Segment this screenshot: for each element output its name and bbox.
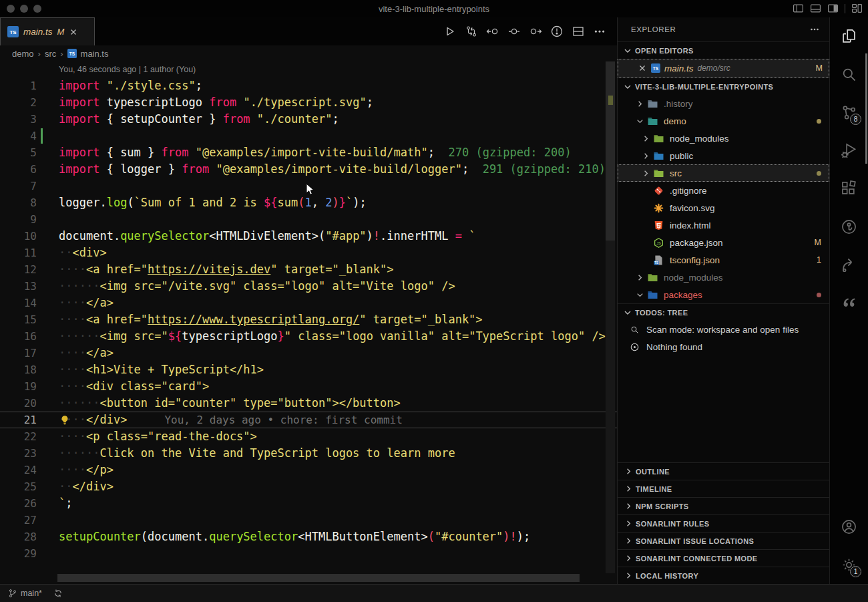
line-number[interactable]: 14 (0, 295, 37, 311)
activity-run-and-debug[interactable] (830, 132, 867, 170)
code-editor[interactable]: You, 46 seconds ago | 1 author (You) 1im… (0, 61, 617, 584)
breadcrumb-item[interactable]: src (45, 49, 56, 59)
line-number[interactable]: 23 (0, 445, 37, 462)
activity-live-share[interactable] (830, 246, 867, 284)
tree-item-favicon-svg[interactable]: favicon.svg (618, 199, 829, 216)
line-number[interactable]: 28 (0, 529, 37, 545)
code-line[interactable]: 13······<img src="/vite.svg" class="logo… (0, 278, 617, 295)
panel-sonarlint-issue-locations[interactable]: SONARLINT ISSUE LOCATIONS (618, 532, 829, 549)
line-number[interactable]: 2 (0, 94, 37, 111)
todos-tree-header[interactable]: TODOS: TREE (618, 303, 829, 321)
line-number[interactable]: 16 (0, 328, 37, 345)
tree-item-tsconfig-json[interactable]: TStsconfig.json1 (618, 251, 829, 269)
panel-sonarlint-rules[interactable]: SONARLINT RULES (618, 514, 829, 532)
line-number[interactable]: 29 (0, 545, 37, 562)
breadcrumb-item[interactable]: main.ts (81, 49, 109, 59)
toggle-primary-sidebar[interactable] (793, 3, 804, 14)
code-line[interactable]: 9 (0, 211, 617, 228)
line-number[interactable]: 8 (0, 194, 37, 211)
panel-npm-scripts[interactable]: NPM SCRIPTS (618, 497, 829, 514)
activity-gitlens[interactable] (830, 208, 867, 246)
workspace-header[interactable]: VITE-3-LIB-MULTIPLE-ENTRYPOINTS (618, 78, 829, 95)
tree-item-packages[interactable]: packages (618, 286, 829, 303)
code-line[interactable]: 29 (0, 545, 617, 562)
code-line[interactable]: 26`; (0, 495, 617, 512)
traffic-lights[interactable] (7, 5, 41, 13)
line-number[interactable]: 18 (0, 361, 37, 378)
line-number[interactable]: 4 (0, 128, 37, 144)
line-number[interactable]: 10 (0, 228, 37, 245)
line-number[interactable]: 21 (0, 412, 37, 428)
more-actions-icon[interactable] (809, 24, 820, 35)
line-number[interactable]: 25 (0, 478, 37, 495)
panel-sonarlint-connected-mode[interactable]: SONARLINT CONNECTED MODE (618, 549, 829, 567)
customize-layout[interactable] (851, 3, 863, 14)
tree-item-demo[interactable]: demo (618, 112, 829, 130)
code-line[interactable]: 27 (0, 512, 617, 529)
code-line[interactable]: 19····<div class="card"> (0, 378, 617, 395)
code-line[interactable]: 25··</div> (0, 478, 617, 495)
activity-source-control[interactable]: 8 (830, 94, 867, 132)
panel-outline[interactable]: OUTLINE (618, 462, 829, 480)
line-number[interactable]: 24 (0, 462, 37, 478)
code-line[interactable]: 2import typescriptLogo from "./typescrip… (0, 94, 617, 111)
close-window-button[interactable] (7, 5, 15, 13)
close-tab-icon[interactable] (69, 27, 78, 37)
todos-item[interactable]: Scan mode: workspace and open files (618, 321, 829, 338)
tree-item-package-json[interactable]: JSpackage.jsonM (618, 234, 829, 251)
code-line[interactable]: 28setupCounter(document.querySelector<HT… (0, 529, 617, 545)
line-number[interactable]: 11 (0, 245, 37, 261)
tree-item-node-modules[interactable]: node_modules (618, 130, 829, 147)
codelens-annotation[interactable]: You, 46 seconds ago | 1 author (You) (59, 65, 617, 78)
next-change-button[interactable] (529, 25, 542, 38)
more-actions-button[interactable] (593, 25, 606, 38)
code-line[interactable]: 23······Click on the Vite and TypeScript… (0, 445, 617, 462)
branch-status[interactable]: main* (8, 589, 42, 598)
line-number[interactable]: 3 (0, 111, 37, 128)
lightbulb-icon[interactable] (59, 415, 70, 426)
vertical-scrollbar-thumb[interactable] (606, 61, 615, 241)
toggle-panel[interactable] (810, 3, 821, 14)
line-number[interactable]: 6 (0, 161, 37, 178)
compare-changes-button[interactable] (465, 25, 478, 38)
line-number[interactable]: 7 (0, 178, 37, 194)
code-line[interactable]: 14····</a> (0, 295, 617, 311)
line-number[interactable]: 17 (0, 345, 37, 361)
code-line[interactable]: 20······<button id="counter" type="butto… (0, 395, 617, 412)
line-number[interactable]: 13 (0, 278, 37, 295)
code-line[interactable]: 11··<div> (0, 245, 617, 261)
activity-extensions[interactable] (830, 170, 867, 208)
line-number[interactable]: 26 (0, 495, 37, 512)
code-line[interactable]: 18····<h1>Vite + TypeScript</h1> (0, 361, 617, 378)
horizontal-scrollbar-thumb[interactable] (57, 574, 580, 582)
tree-item-src[interactable]: src (618, 164, 829, 182)
code-line[interactable]: 17····</a> (0, 345, 617, 361)
open-change-button[interactable] (507, 25, 521, 38)
code-line[interactable]: 1import "./style.css"; (0, 78, 617, 94)
code-line[interactable]: 22····<p class="read-the-docs"> (0, 428, 617, 445)
split-editor-button[interactable] (572, 25, 585, 38)
activity-search[interactable] (830, 55, 867, 94)
tab-main-ts[interactable]: TS main.ts M (0, 17, 95, 45)
code-line[interactable]: 24····</p> (0, 462, 617, 478)
code-line[interactable]: 12····<a href="https://vitejs.dev" targe… (0, 261, 617, 278)
activity-accounts[interactable] (830, 508, 867, 546)
toggle-secondary-sidebar[interactable] (827, 3, 839, 14)
tree-item-node-modules[interactable]: node_modules (618, 269, 829, 286)
line-number[interactable]: 5 (0, 144, 37, 161)
line-number[interactable]: 22 (0, 428, 37, 445)
line-number[interactable]: 20 (0, 395, 37, 412)
tree-item-public[interactable]: public (618, 147, 829, 164)
breadcrumb-item[interactable]: demo (12, 49, 34, 59)
code-line[interactable]: 16······<img src="${typescriptLogo}" cla… (0, 328, 617, 345)
code-line[interactable]: 10document.querySelector<HTMLDivElement>… (0, 228, 617, 245)
todos-item[interactable]: Nothing found (618, 338, 829, 355)
code-line[interactable]: 4 (0, 128, 617, 144)
code-line[interactable]: 5import { sum } from "@examples/import-v… (0, 144, 617, 161)
line-number[interactable]: 9 (0, 211, 37, 228)
vertical-scrollbar[interactable] (606, 61, 615, 573)
sync-status[interactable] (53, 589, 63, 598)
panel-local-history[interactable]: LOCAL HISTORY (618, 567, 829, 584)
code-line[interactable]: 6import { logger } from "@examples/impor… (0, 161, 617, 178)
zoom-window-button[interactable] (33, 5, 41, 13)
